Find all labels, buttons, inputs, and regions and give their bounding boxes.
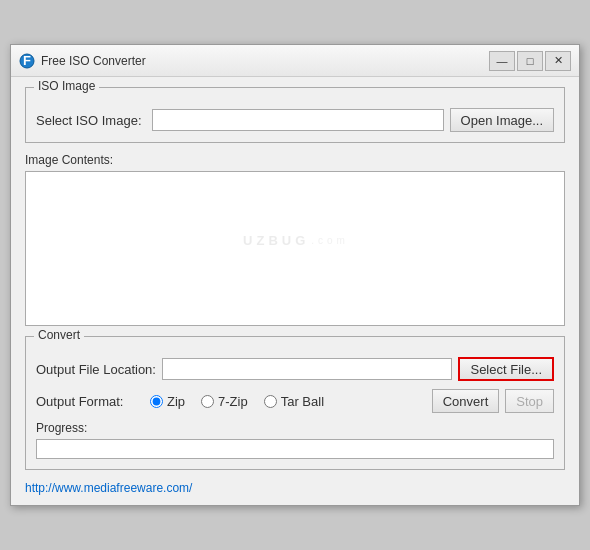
title-bar-left: F Free ISO Converter bbox=[19, 53, 146, 69]
iso-group-label: ISO Image bbox=[34, 79, 99, 93]
minimize-button[interactable]: — bbox=[489, 51, 515, 71]
radio-group: Zip 7-Zip Tar Ball bbox=[150, 394, 428, 409]
window-title: Free ISO Converter bbox=[41, 54, 146, 68]
action-buttons: Convert Stop bbox=[432, 389, 554, 413]
progress-label: Progress: bbox=[36, 421, 554, 435]
output-location-row: Output File Location: Select File... bbox=[36, 357, 554, 381]
open-image-button[interactable]: Open Image... bbox=[450, 108, 554, 132]
radio-zip-label: Zip bbox=[167, 394, 185, 409]
stop-button[interactable]: Stop bbox=[505, 389, 554, 413]
output-file-input[interactable] bbox=[162, 358, 453, 380]
select-iso-label: Select ISO Image: bbox=[36, 113, 146, 128]
image-contents-label: Image Contents: bbox=[25, 153, 565, 167]
svg-text:F: F bbox=[23, 53, 31, 68]
app-icon: F bbox=[19, 53, 35, 69]
main-window: F Free ISO Converter — □ ✕ ISO Image Sel… bbox=[10, 44, 580, 506]
convert-button[interactable]: Convert bbox=[432, 389, 500, 413]
radio-tarball-label: Tar Ball bbox=[281, 394, 324, 409]
watermark: UZBUG .com bbox=[26, 232, 566, 247]
output-location-label: Output File Location: bbox=[36, 362, 156, 377]
maximize-button[interactable]: □ bbox=[517, 51, 543, 71]
radio-zip-input[interactable] bbox=[150, 395, 163, 408]
radio-tarball-input[interactable] bbox=[264, 395, 277, 408]
progress-bar-container bbox=[36, 439, 554, 459]
progress-section: Progress: bbox=[36, 421, 554, 459]
image-contents-box: UZBUG .com bbox=[25, 171, 565, 326]
convert-group: Convert Output File Location: Select Fil… bbox=[25, 336, 565, 470]
footer-link[interactable]: http://www.mediafreeware.com/ bbox=[25, 481, 192, 495]
radio-7zip-input[interactable] bbox=[201, 395, 214, 408]
output-format-label: Output Format: bbox=[36, 394, 146, 409]
title-bar: F Free ISO Converter — □ ✕ bbox=[11, 45, 579, 77]
radio-tarball[interactable]: Tar Ball bbox=[264, 394, 324, 409]
convert-group-label: Convert bbox=[34, 328, 84, 342]
iso-image-input[interactable] bbox=[152, 109, 444, 131]
content-area: ISO Image Select ISO Image: Open Image..… bbox=[11, 77, 579, 505]
radio-7zip[interactable]: 7-Zip bbox=[201, 394, 248, 409]
radio-7zip-label: 7-Zip bbox=[218, 394, 248, 409]
footer-link-section: http://www.mediafreeware.com/ bbox=[25, 480, 565, 495]
image-contents-section: Image Contents: UZBUG .com bbox=[25, 153, 565, 326]
select-iso-row: Select ISO Image: Open Image... bbox=[36, 108, 554, 132]
close-button[interactable]: ✕ bbox=[545, 51, 571, 71]
iso-image-group: ISO Image Select ISO Image: Open Image..… bbox=[25, 87, 565, 143]
title-bar-buttons: — □ ✕ bbox=[489, 51, 571, 71]
output-format-row: Output Format: Zip 7-Zip Tar Ball bbox=[36, 389, 554, 413]
select-file-button[interactable]: Select File... bbox=[458, 357, 554, 381]
radio-zip[interactable]: Zip bbox=[150, 394, 185, 409]
